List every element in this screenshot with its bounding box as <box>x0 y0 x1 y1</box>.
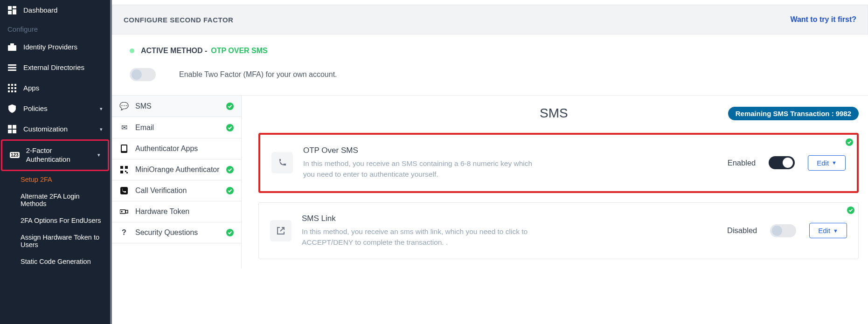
svg-rect-13 <box>11 87 13 89</box>
tab-email[interactable]: ✉ Email <box>112 117 241 138</box>
svg-rect-10 <box>11 84 13 86</box>
sidebar-item-label: Dashboard <box>23 6 57 15</box>
briefcase-icon <box>7 42 17 52</box>
svg-rect-30 <box>126 172 128 173</box>
active-method-row: ACTIVE METHOD - OTP OVER SMS <box>112 34 868 60</box>
main-content: CONFIGURE SECOND FACTOR Want to try it f… <box>112 0 868 324</box>
tab-sms[interactable]: 💬 SMS <box>112 96 241 117</box>
sidebar: Dashboard Configure Identity Providers E… <box>0 0 112 324</box>
phone-icon <box>271 152 293 173</box>
chevron-down-icon: ▾ <box>100 126 103 132</box>
tab-label: MiniOrange Authenticator <box>135 165 220 174</box>
svg-rect-9 <box>8 84 10 86</box>
tab-label: Email <box>135 124 154 132</box>
check-icon <box>226 103 234 110</box>
card-status: Disabled <box>727 226 757 235</box>
enable-mfa-toggle[interactable] <box>130 68 156 81</box>
sidebar-item-apps[interactable]: Apps <box>0 78 110 98</box>
edit-button[interactable]: Edit ▼ <box>808 155 846 171</box>
svg-rect-28 <box>120 171 123 173</box>
svg-rect-0 <box>8 6 12 10</box>
sidebar-item-external-directories[interactable]: External Directories <box>0 57 110 78</box>
tab-authenticator-apps[interactable]: Authenticator Apps <box>112 138 241 159</box>
sidebar-item-label: External Directories <box>23 63 84 72</box>
svg-rect-25 <box>122 145 126 151</box>
sidebar-item-label: Customization <box>23 125 68 134</box>
sms-icon: 💬 <box>119 102 129 110</box>
call-icon <box>119 187 129 194</box>
svg-point-36 <box>121 211 122 212</box>
panel-title: SMS <box>380 106 728 121</box>
usb-icon <box>119 209 129 214</box>
chevron-down-icon: ▼ <box>832 160 837 165</box>
tab-label: Authenticator Apps <box>135 145 198 153</box>
sidebar-sub-static-code[interactable]: Static Code Generation <box>0 253 110 270</box>
svg-rect-12 <box>8 87 10 89</box>
svg-rect-35 <box>125 210 128 213</box>
card-toggle[interactable] <box>770 224 796 237</box>
try-link[interactable]: Want to try it first? <box>790 15 856 24</box>
tab-miniorange-auth[interactable]: MiniOrange Authenticator <box>112 159 241 180</box>
method-panel: SMS Remaining SMS Transaction : 9982 OTP… <box>242 95 868 269</box>
question-icon: ? <box>119 228 129 237</box>
svg-rect-20 <box>8 130 12 133</box>
tab-hardware-token[interactable]: Hardware Token <box>112 201 241 222</box>
check-icon <box>847 207 854 214</box>
card-title: SMS Link <box>302 214 717 223</box>
qr-icon <box>119 166 129 173</box>
badge-value: 9982 <box>836 110 851 117</box>
tab-security-questions[interactable]: ? Security Questions <box>112 222 241 243</box>
page-header: CONFIGURE SECOND FACTOR Want to try it f… <box>112 5 868 34</box>
twofa-icon: 123 <box>10 152 20 158</box>
check-icon <box>226 229 234 236</box>
grid-icon <box>7 83 17 93</box>
external-link-icon <box>270 220 292 241</box>
chevron-down-icon: ▾ <box>97 152 100 158</box>
check-icon <box>226 187 234 194</box>
sidebar-sub-alternate[interactable]: Alternate 2FA Login Methods <box>0 188 110 212</box>
sidebar-item-label: Apps <box>23 84 39 93</box>
svg-rect-19 <box>13 125 16 129</box>
edit-button[interactable]: Edit ▼ <box>809 223 847 238</box>
chevron-down-icon: ▾ <box>100 106 103 112</box>
sidebar-item-2fa[interactable]: 123 2-Factor Authentication ▾ <box>1 139 109 171</box>
card-toggle[interactable] <box>769 156 795 169</box>
card-description: In this method, you receive an SMS conta… <box>303 158 546 180</box>
svg-rect-17 <box>14 90 16 92</box>
sidebar-item-customization[interactable]: Customization ▾ <box>0 119 110 139</box>
svg-rect-27 <box>125 166 128 169</box>
check-icon <box>846 138 853 146</box>
page-title: CONFIGURE SECOND FACTOR <box>124 16 233 24</box>
svg-rect-4 <box>8 45 16 51</box>
method-tabs: 💬 SMS ✉ Email Authenticator Apps <box>112 95 242 269</box>
card-description: In this method, you receive an sms with … <box>302 226 544 248</box>
chevron-down-icon: ▼ <box>833 228 838 234</box>
sidebar-sub-setup-2fa[interactable]: Setup 2FA <box>0 171 110 188</box>
sidebar-item-identity-providers[interactable]: Identity Providers <box>0 37 110 57</box>
svg-rect-2 <box>13 9 16 14</box>
svg-rect-26 <box>120 166 123 169</box>
svg-rect-15 <box>8 90 10 92</box>
svg-rect-34 <box>120 210 125 214</box>
list-icon <box>7 63 17 72</box>
sidebar-section-configure: Configure <box>0 21 110 37</box>
card-title: OTP Over SMS <box>303 146 717 155</box>
active-method-value: OTP OVER SMS <box>211 47 268 55</box>
panel-header: SMS Remaining SMS Transaction : 9982 <box>258 106 859 121</box>
tab-label: Call Verification <box>135 186 187 195</box>
svg-rect-11 <box>14 84 16 86</box>
svg-rect-3 <box>8 11 12 14</box>
sidebar-sub-endusers[interactable]: 2FA Options For EndUsers <box>0 212 110 229</box>
phone-icon <box>119 145 129 153</box>
sidebar-sub-assign-token[interactable]: Assign Hardware Token to Users <box>0 229 110 253</box>
svg-rect-7 <box>8 67 16 69</box>
sidebar-item-policies[interactable]: Policies ▾ <box>0 98 110 119</box>
svg-rect-6 <box>8 64 16 66</box>
badge-label: Remaining SMS Transaction : <box>736 110 834 117</box>
active-method-label: ACTIVE METHOD - <box>141 47 207 55</box>
svg-rect-14 <box>14 87 16 89</box>
tab-call-verification[interactable]: Call Verification <box>112 180 241 201</box>
sidebar-item-dashboard[interactable]: Dashboard <box>0 0 110 21</box>
puzzle-icon <box>7 124 17 134</box>
edit-label: Edit <box>818 227 830 234</box>
